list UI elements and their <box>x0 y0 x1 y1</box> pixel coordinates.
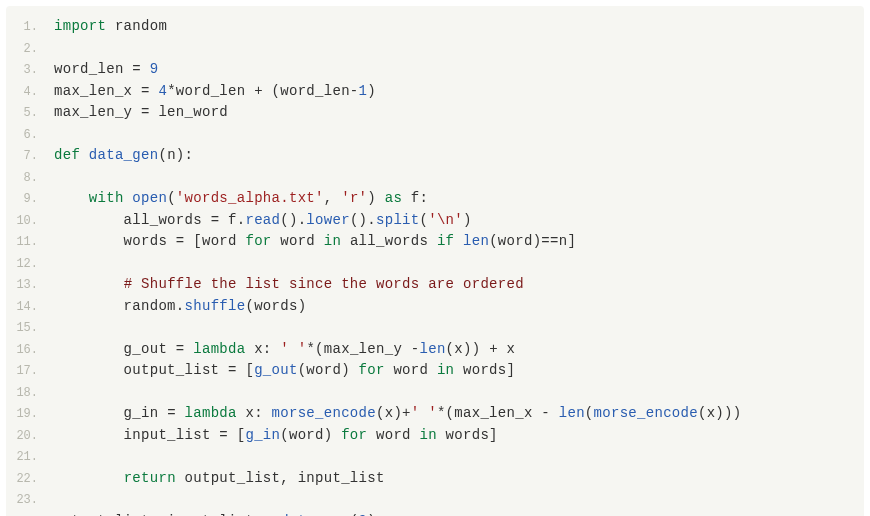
token-op: = <box>167 405 176 421</box>
token-op: + <box>254 83 263 99</box>
token-ident: x: <box>245 341 280 357</box>
token-ident <box>54 470 124 486</box>
line-number: 15. <box>6 318 54 339</box>
token-num: 9 <box>150 61 159 77</box>
code-content <box>54 38 864 59</box>
token-kw: for <box>359 362 385 378</box>
code-content: input_list = [g_in(word) for word in wor… <box>54 425 864 446</box>
token-op: - <box>411 341 420 357</box>
token-func: data_gen <box>280 513 350 517</box>
line-number: 24. <box>6 512 54 517</box>
token-num: 9 <box>359 513 368 517</box>
token-func: morse_encode <box>594 405 698 421</box>
line-number: 19. <box>6 404 54 425</box>
token-ident: x <box>498 341 515 357</box>
token-kw: return <box>124 470 176 486</box>
token-ident: g_out <box>54 341 176 357</box>
token-ident: word_len <box>54 61 132 77</box>
code-line: 6. <box>6 124 864 146</box>
token-kw: lambda <box>185 405 237 421</box>
code-content: # Shuffle the list since the words are o… <box>54 274 864 295</box>
code-line: 12. <box>6 253 864 275</box>
token-ident: g_in <box>54 405 167 421</box>
token-builtin: len <box>559 405 585 421</box>
line-number: 9. <box>6 189 54 210</box>
token-str: ' ' <box>280 341 306 357</box>
token-ident <box>550 405 559 421</box>
line-number: 11. <box>6 232 54 253</box>
token-kw: import <box>54 18 106 34</box>
token-ident: [word <box>185 233 246 249</box>
token-str: '\n' <box>428 212 463 228</box>
code-content: def data_gen(n): <box>54 145 864 166</box>
token-op: - <box>541 405 550 421</box>
token-builtin: len <box>420 341 446 357</box>
code-line: 11. words = [word for word in all_words … <box>6 231 864 253</box>
token-ident: max_len_y <box>54 104 141 120</box>
token-func: lower <box>306 212 350 228</box>
token-ident: word <box>272 233 324 249</box>
token-ident: output_list, input_list <box>54 513 263 517</box>
line-number: 13. <box>6 275 54 296</box>
line-number: 23. <box>6 490 54 511</box>
token-func: shuffle <box>185 298 246 314</box>
token-num: 4 <box>158 83 167 99</box>
token-ident <box>185 341 194 357</box>
line-number: 4. <box>6 82 54 103</box>
token-kw: if <box>437 233 454 249</box>
token-ident: len_word <box>150 104 228 120</box>
code-content <box>54 253 864 274</box>
code-line: 24.output_list, input_list = data_gen(9) <box>6 511 864 517</box>
token-ident: words] <box>454 362 515 378</box>
code-line: 2. <box>6 38 864 60</box>
token-ident: (word_len <box>263 83 350 99</box>
token-ident: , <box>324 190 341 206</box>
code-line: 13. # Shuffle the list since the words a… <box>6 274 864 296</box>
line-number: 1. <box>6 17 54 38</box>
token-ident <box>54 276 124 292</box>
token-ident: all_words <box>341 233 437 249</box>
token-kw: in <box>437 362 454 378</box>
code-content <box>54 489 864 510</box>
token-ident: ) <box>367 190 384 206</box>
code-content: random.shuffle(words) <box>54 296 864 317</box>
code-content: words = [word for word in all_words if l… <box>54 231 864 252</box>
token-ident: ( <box>585 405 594 421</box>
token-ident: words <box>54 233 176 249</box>
token-kw: in <box>420 427 437 443</box>
token-str: ' ' <box>411 405 437 421</box>
line-number: 3. <box>6 60 54 81</box>
token-op: + <box>489 341 498 357</box>
token-ident: word <box>385 362 437 378</box>
token-ident: (). <box>280 212 306 228</box>
line-number: 6. <box>6 125 54 146</box>
token-op: = <box>263 513 272 517</box>
token-func: read <box>245 212 280 228</box>
code-line: 18. <box>6 382 864 404</box>
code-line: 8. <box>6 167 864 189</box>
line-number: 16. <box>6 340 54 361</box>
token-kw: def <box>54 147 80 163</box>
token-ident: (x)) <box>446 341 490 357</box>
code-content: max_len_x = 4*word_len + (word_len-1) <box>54 81 864 102</box>
token-op: = <box>132 61 141 77</box>
code-content: output_list, input_list = data_gen(9) <box>54 511 864 517</box>
token-cmt: # Shuffle the list since the words are o… <box>124 276 524 292</box>
token-ident: x: <box>237 405 272 421</box>
token-ident: (max_len_x <box>446 405 542 421</box>
token-ident: (word) <box>489 233 541 249</box>
token-ident: ) <box>463 212 472 228</box>
code-content: max_len_y = len_word <box>54 102 864 123</box>
token-ident: (n): <box>158 147 193 163</box>
token-ident <box>80 147 89 163</box>
token-ident: random <box>106 18 167 34</box>
token-builtin: len <box>463 233 489 249</box>
line-number: 2. <box>6 39 54 60</box>
code-line: 7.def data_gen(n): <box>6 145 864 167</box>
code-line: 21. <box>6 446 864 468</box>
code-content: output_list = [g_out(word) for word in w… <box>54 360 864 381</box>
token-ident: (word) <box>298 362 359 378</box>
code-line: 5.max_len_y = len_word <box>6 102 864 124</box>
code-line: 4.max_len_x = 4*word_len + (word_len-1) <box>6 81 864 103</box>
code-line: 10. all_words = f.read().lower().split('… <box>6 210 864 232</box>
